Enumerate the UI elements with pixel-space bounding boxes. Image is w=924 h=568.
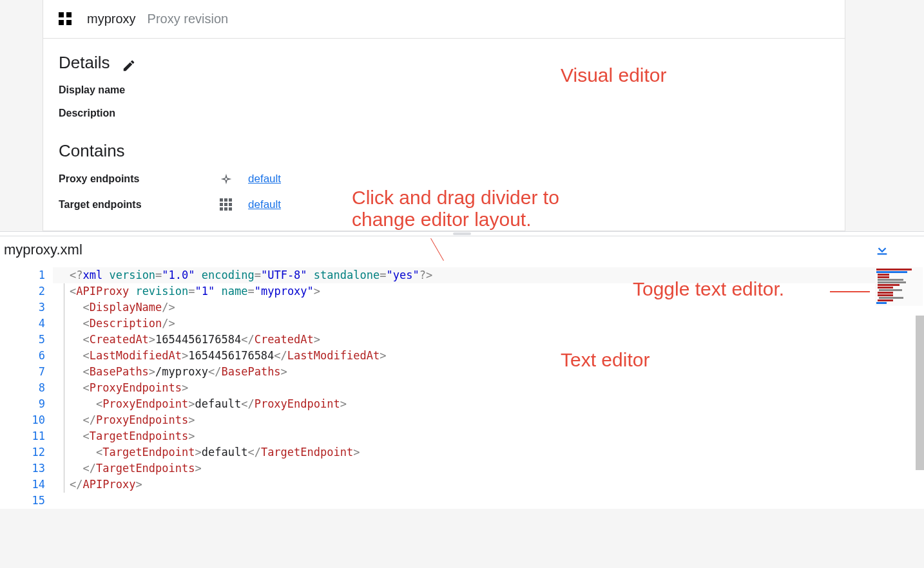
description-label: Description — [59, 108, 829, 119]
vertical-scrollbar[interactable] — [916, 316, 924, 470]
panel-header: myproxy Proxy revision — [43, 0, 845, 39]
proxy-endpoints-row: Proxy endpoints default — [59, 171, 829, 187]
proxy-name: myproxy — [87, 12, 136, 26]
details-title: Details — [59, 53, 110, 73]
target-endpoints-row: Target endpoints default — [59, 197, 829, 213]
edit-icon[interactable] — [122, 59, 136, 73]
apps-icon[interactable] — [59, 12, 73, 26]
code-content[interactable]: <?xml version="1.0" encoding="UTF-8" sta… — [53, 267, 875, 509]
pane-divider[interactable] — [0, 231, 924, 236]
proxy-endpoint-icon — [218, 171, 234, 187]
proxy-subtitle: Proxy revision — [148, 12, 229, 26]
target-endpoints-label: Target endpoints — [59, 199, 218, 211]
display-name-label: Display name — [59, 84, 829, 96]
visual-editor-panel: myproxy Proxy revision Details Display n… — [43, 0, 845, 231]
line-gutter: 12345 678910 1112131415 — [0, 267, 53, 509]
toggle-editor-icon[interactable] — [875, 243, 889, 257]
divider-grip-icon — [453, 232, 471, 235]
proxy-endpoint-link[interactable]: default — [248, 173, 281, 185]
contains-title: Contains — [59, 141, 829, 161]
target-endpoint-link[interactable]: default — [248, 198, 281, 211]
details-section: Details Display name Description Contain… — [43, 39, 845, 231]
code-editor[interactable]: 12345 678910 1112131415 <?xml version="1… — [0, 266, 924, 509]
target-endpoint-icon — [218, 197, 234, 213]
filename: myproxy.xml — [4, 241, 82, 258]
minimap[interactable] — [875, 267, 923, 306]
proxy-endpoints-label: Proxy endpoints — [59, 173, 218, 185]
editor-header: myproxy.xml — [0, 236, 924, 266]
text-editor-panel: myproxy.xml 12345 678910 1112131415 <?xm… — [0, 236, 924, 509]
svg-point-0 — [225, 178, 227, 180]
